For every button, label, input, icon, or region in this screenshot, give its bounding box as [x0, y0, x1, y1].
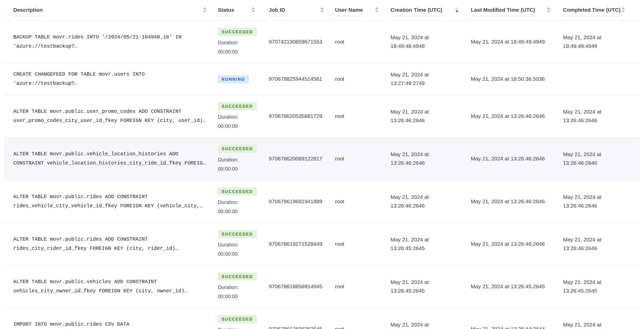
jobs-table: Description Status Job ID User Name Crea… — [0, 0, 644, 329]
cell-job-id: 970678619691941889 — [260, 197, 329, 206]
job-description[interactable]: ALTER TABLE movr.public.vehicle_location… — [13, 149, 211, 168]
cell-status: SUCCEEDED Duration: 00:00:00 — [211, 229, 260, 258]
job-description[interactable]: ALTER TABLE movr.public.rides ADD CONSTR… — [13, 235, 211, 253]
cell-creation-time: May 21, 2024 at 13:26:46:2646 — [383, 150, 464, 167]
cell-description[interactable]: CREATE CHANGEFEED FOR TABLE movr.users I… — [4, 70, 211, 88]
column-header-label: Status — [218, 7, 234, 16]
sort-descending-icon — [622, 10, 625, 12]
table-row[interactable]: IMPORT INTO movr.public.rides CSV DATA (… — [4, 308, 640, 329]
sort-arrows-icon[interactable] — [455, 7, 459, 12]
cell-status: SUCCEEDED Duration: 00:00:00 — [211, 144, 260, 173]
cell-description[interactable]: ALTER TABLE movr.public.user_promo_codes… — [4, 107, 211, 125]
cell-creation-time: May 21, 2024 at 13:26:45:2645 — [383, 235, 464, 253]
sort-ascending-icon — [203, 7, 206, 9]
sort-descending-icon — [252, 10, 255, 12]
cell-user-name: root — [329, 197, 383, 206]
cell-last-modified-time: May 21, 2024 at 13:26:44:2644 — [464, 325, 555, 329]
cell-last-modified-time: May 21, 2024 at 13:26:46:2646 — [464, 154, 555, 163]
duration-value: 00:00:00 — [218, 249, 260, 258]
duration-label: Duration: — [218, 240, 260, 249]
cell-description[interactable]: ALTER TABLE movr.public.rides ADD CONSTR… — [4, 192, 211, 211]
cell-description[interactable]: ALTER TABLE movr.public.vehicle_location… — [4, 149, 211, 168]
status-badge: SUCCEEDED — [218, 102, 257, 110]
cell-creation-time: May 21, 2024 at 13:26:46:2646 — [383, 193, 464, 210]
duration-label: Duration: — [218, 155, 260, 164]
cell-creation-time: May 21, 2024 at 13:26:45:2645 — [383, 278, 464, 295]
cell-creation-time: May 21, 2024 at 13:27:49:2749 — [383, 70, 464, 88]
cell-description[interactable]: ALTER TABLE movr.public.rides ADD CONSTR… — [4, 235, 211, 253]
sort-descending-icon — [375, 10, 378, 12]
cell-completed-time: May 21, 2024 at 13:26:46:2646 — [555, 107, 640, 125]
cell-last-modified-time: May 21, 2024 at 18:49:49:4949 — [464, 37, 555, 46]
status-badge: SUCCEEDED — [218, 28, 257, 36]
cell-last-modified-time: May 21, 2024 at 13:26:46:2646 — [464, 112, 555, 120]
table-row[interactable]: ALTER TABLE movr.public.rides ADD CONSTR… — [4, 223, 640, 265]
status-badge: RUNNING — [218, 75, 249, 83]
job-description[interactable]: ALTER TABLE movr.public.user_promo_codes… — [13, 107, 211, 125]
cell-job-id: 970678825944514561 — [260, 75, 329, 83]
job-description[interactable]: IMPORT INTO movr.public.rides CSV DATA (… — [13, 320, 211, 329]
status-badge: SUCCEEDED — [218, 145, 257, 153]
duration-value: 00:00:00 — [218, 164, 260, 173]
sort-arrows-icon[interactable] — [622, 7, 625, 12]
cell-description[interactable]: BACKUP TABLE movr.rides INTO '/2024/05/2… — [4, 33, 211, 51]
job-description[interactable]: ALTER TABLE movr.public.rides ADD CONSTR… — [13, 192, 211, 211]
duration-value: 00:00:00 — [218, 207, 260, 216]
table-row[interactable]: ALTER TABLE movr.public.rides ADD CONSTR… — [4, 180, 640, 223]
sort-arrows-icon[interactable] — [320, 7, 324, 12]
column-header-description[interactable]: Description — [4, 7, 211, 16]
sort-arrows-icon[interactable] — [203, 7, 206, 12]
job-description[interactable]: ALTER TABLE movr.public.vehicles ADD CON… — [13, 277, 211, 296]
duration-value: 00:00:00 — [218, 292, 260, 301]
status-badge: SUCCEEDED — [218, 187, 257, 196]
cell-user-name: root — [329, 325, 383, 329]
cell-creation-time: May 21, 2024 at 13:26:46:2646 — [383, 107, 464, 125]
table-header-row: Description Status Job ID User Name Crea… — [4, 0, 640, 21]
column-header-job-id[interactable]: Job ID — [260, 7, 329, 16]
cell-completed-time: May 21, 2024 at 18:49:49:4949 — [555, 33, 640, 50]
cell-user-name: root — [329, 112, 383, 120]
table-row[interactable]: BACKUP TABLE movr.rides INTO '/2024/05/2… — [4, 21, 640, 63]
sort-ascending-icon — [375, 7, 378, 9]
column-header-last-modified-time-utc[interactable]: Last Modified Time (UTC) — [464, 7, 555, 16]
sort-ascending-icon — [622, 7, 625, 9]
cell-job-id: 970678620089122817 — [260, 154, 329, 163]
duration-label: Duration: — [218, 198, 260, 207]
cell-job-id: 970678618856914945 — [260, 282, 329, 291]
table-row[interactable]: ALTER TABLE movr.public.user_promo_codes… — [4, 95, 640, 138]
cell-completed-time: May 21, 2024 at 13:26:46:2646 — [555, 235, 640, 253]
cell-last-modified-time: May 21, 2024 at 18:50:36:5036 — [464, 75, 555, 83]
sort-arrows-icon[interactable] — [252, 7, 255, 12]
table-row[interactable]: ALTER TABLE movr.public.vehicles ADD CON… — [4, 265, 640, 308]
sort-arrows-icon[interactable] — [375, 7, 378, 12]
duration-label: Duration: — [218, 38, 260, 47]
sort-descending-icon — [320, 10, 324, 12]
column-header-creation-time-utc[interactable]: Creation Time (UTC) — [383, 7, 464, 16]
cell-creation-time: May 21, 2024 at 18:49:48:4948 — [383, 33, 464, 50]
column-header-status[interactable]: Status — [211, 7, 260, 16]
cell-status: RUNNING — [211, 75, 260, 83]
column-header-user-name[interactable]: User Name — [329, 7, 383, 16]
column-header-label: Job ID — [269, 7, 285, 16]
duration-value: 00:00:00 — [218, 121, 260, 131]
sort-arrows-icon[interactable] — [547, 7, 550, 12]
cell-job-id: 970742130859671553 — [260, 37, 329, 46]
cell-status: SUCCEEDED Duration: 00:00:00 — [211, 187, 260, 216]
cell-user-name: root — [329, 154, 383, 163]
cell-completed-time: May 21, 2024 at 13:26:44:2644 — [555, 320, 640, 329]
cell-user-name: root — [329, 37, 383, 46]
cell-completed-time: May 21, 2024 at 13:26:46:2646 — [555, 150, 640, 167]
column-header-completed-time-utc[interactable]: Completed Time (UTC) — [555, 7, 640, 16]
column-header-label: Completed Time (UTC) — [563, 7, 621, 16]
sort-ascending-icon — [547, 7, 550, 9]
cell-creation-time: May 21, 2024 at 13:26:43:2643 — [383, 320, 464, 329]
table-row[interactable]: ALTER TABLE movr.public.vehicle_location… — [4, 138, 640, 180]
cell-description[interactable]: IMPORT INTO movr.public.rides CSV DATA (… — [4, 320, 211, 329]
cell-status: SUCCEEDED Duration: 00:00:00 — [211, 272, 260, 301]
cell-completed-time: May 21, 2024 at 13:26:45:2645 — [555, 278, 640, 295]
job-description[interactable]: CREATE CHANGEFEED FOR TABLE movr.users I… — [13, 70, 211, 88]
sort-ascending-icon — [455, 7, 459, 9]
job-description[interactable]: BACKUP TABLE movr.rides INTO '/2024/05/2… — [13, 33, 211, 51]
cell-description[interactable]: ALTER TABLE movr.public.vehicles ADD CON… — [4, 277, 211, 296]
table-row[interactable]: CREATE CHANGEFEED FOR TABLE movr.users I… — [4, 63, 640, 95]
